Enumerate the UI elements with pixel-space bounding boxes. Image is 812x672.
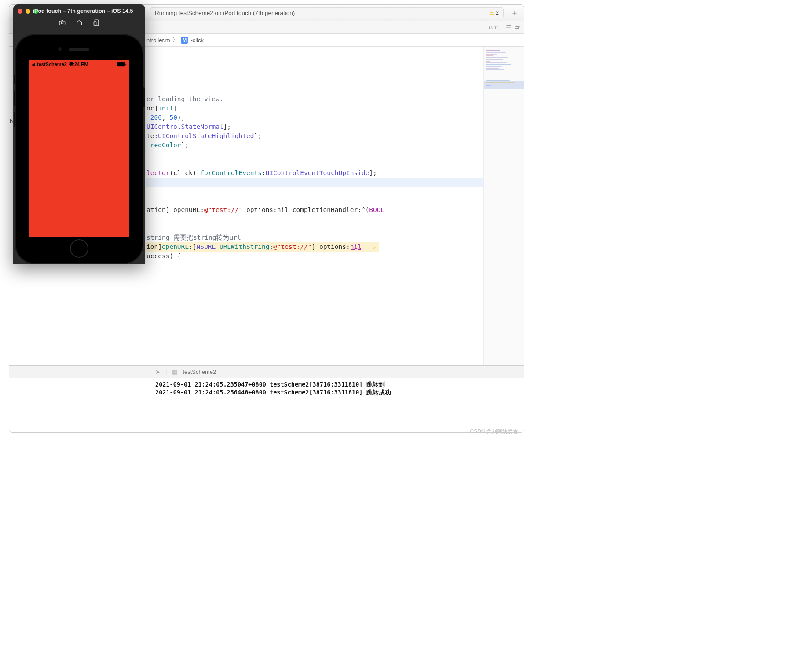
home-button[interactable]	[70, 239, 88, 258]
simulator-titlebar[interactable]: iPod touch – 7th generation – iOS 14.5	[13, 4, 145, 18]
tab-filename[interactable]: n.m	[489, 24, 498, 30]
console-toolbar: ➤ | ▦ testScheme2	[9, 366, 524, 378]
minimap[interactable]	[483, 47, 524, 365]
home-icon[interactable]	[76, 19, 83, 28]
console-target[interactable]: testScheme2	[183, 369, 216, 375]
current-line-highlight	[146, 178, 483, 187]
speaker-grille	[69, 48, 89, 51]
breadcrumb-file[interactable]: ntroller.m	[146, 37, 170, 44]
warning-badge[interactable]: ⚠︎ 2	[489, 10, 499, 16]
minimap-viewport[interactable]	[484, 81, 524, 89]
status-clock: 9:24 PM	[32, 62, 127, 67]
simulator-toolbar	[13, 18, 145, 29]
screenshot-icon[interactable]	[59, 19, 66, 28]
outline-icon[interactable]: ☰	[505, 24, 511, 31]
status-pill[interactable]: Running testScheme2 on iPod touch (7th g…	[150, 7, 504, 18]
console-output[interactable]: 2021-09-01 21:24:05.235047+0800 testSche…	[9, 378, 524, 432]
volume-down[interactable]	[14, 112, 15, 127]
volume-up[interactable]	[14, 91, 15, 106]
rotate-icon[interactable]	[93, 19, 100, 28]
breadcrumb-separator: 〉	[172, 36, 178, 44]
method-badge-icon: M	[181, 37, 188, 44]
location-icon[interactable]: ➤	[155, 369, 160, 375]
front-camera	[58, 47, 62, 51]
breadcrumb-symbol[interactable]: -click	[190, 37, 204, 44]
warning-line[interactable]: ion]openURL:[NSURL URLWithString:@"test:…	[146, 242, 379, 252]
inline-warning-icon[interactable]: ⚠︎	[373, 243, 377, 252]
svg-rect-2	[95, 20, 99, 26]
grid-icon[interactable]: ▦	[172, 369, 177, 375]
close-button[interactable]	[18, 9, 22, 14]
warning-count: 2	[496, 10, 499, 16]
svg-point-1	[61, 22, 63, 24]
ios-status-bar: ◀ testScheme2 9:24 PM	[32, 62, 127, 67]
debug-area: ➤ | ▦ testScheme2 2021-09-01 21:24:05.23…	[9, 365, 524, 432]
mute-switch[interactable]	[14, 75, 15, 84]
device-screen[interactable]: ◀ testScheme2 9:24 PM	[29, 60, 129, 237]
watermark: CSDN @刘阿姨爱古一	[470, 428, 523, 435]
simulator-window: iPod touch – 7th generation – iOS 14.5 ◀…	[13, 4, 145, 264]
console-line: 2021-09-01 21:24:05.235047+0800 testSche…	[155, 381, 385, 388]
adjust-icon[interactable]: ⇆	[514, 24, 519, 31]
simulator-title: iPod touch – 7th generation – iOS 14.5	[25, 8, 141, 14]
svg-rect-3	[94, 21, 96, 25]
status-text: Running testScheme2 on iPod touch (7th g…	[155, 10, 295, 16]
device-frame: ◀ testScheme2 9:24 PM	[15, 34, 143, 264]
svg-rect-0	[59, 21, 65, 25]
add-tab-button[interactable]: ＋	[510, 8, 519, 18]
code-text: er loading the view.	[146, 95, 223, 102]
power-button[interactable]	[143, 87, 145, 107]
warning-icon: ⚠︎	[489, 10, 494, 16]
console-line: 2021-09-01 21:24:05.256448+0800 testSche…	[155, 389, 391, 396]
